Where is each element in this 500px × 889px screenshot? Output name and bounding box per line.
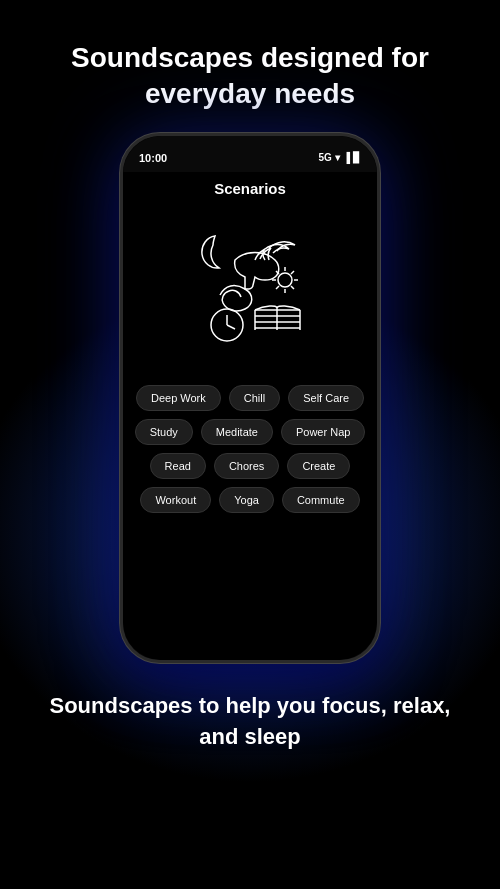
- wifi-icon: ▾: [335, 152, 340, 163]
- battery-icon: ▊: [353, 152, 361, 163]
- phone-mockup: 10:00 5G ▾ ▐ ▊ Scenarios: [0, 133, 500, 663]
- svg-point-0: [278, 273, 292, 287]
- chip-read[interactable]: Read: [150, 453, 206, 479]
- phone-screen: 10:00 5G ▾ ▐ ▊ Scenarios: [123, 136, 377, 660]
- scenarios-illustration: [165, 205, 335, 375]
- header-title: Soundscapes designed for everyday needs: [0, 0, 500, 133]
- chip-workout[interactable]: Workout: [140, 487, 211, 513]
- svg-line-11: [227, 325, 235, 329]
- chip-create[interactable]: Create: [287, 453, 350, 479]
- svg-line-6: [291, 286, 294, 289]
- chip-meditate[interactable]: Meditate: [201, 419, 273, 445]
- chips-row-1: Deep Work Chill Self Care: [136, 385, 364, 411]
- svg-line-8: [276, 286, 279, 289]
- chips-row-3: Read Chores Create: [150, 453, 351, 479]
- chip-self-care[interactable]: Self Care: [288, 385, 364, 411]
- chips-row-4: Workout Yoga Commute: [140, 487, 359, 513]
- chip-deep-work[interactable]: Deep Work: [136, 385, 221, 411]
- chips-container: Deep Work Chill Self Care Study Meditate…: [123, 385, 377, 513]
- status-time: 10:00: [139, 152, 167, 164]
- chip-yoga[interactable]: Yoga: [219, 487, 274, 513]
- status-bar: 10:00 5G ▾ ▐ ▊: [123, 136, 377, 172]
- chip-chores[interactable]: Chores: [214, 453, 279, 479]
- chip-commute[interactable]: Commute: [282, 487, 360, 513]
- signal-bars-icon: ▐: [343, 152, 350, 163]
- chip-power-nap[interactable]: Power Nap: [281, 419, 365, 445]
- chips-row-2: Study Meditate Power Nap: [135, 419, 366, 445]
- status-icons: 5G ▾ ▐ ▊: [319, 152, 361, 163]
- screen-title: Scenarios: [214, 180, 286, 197]
- footer-text: Soundscapes to help you focus, relax, an…: [0, 663, 500, 773]
- signal-5g: 5G: [319, 152, 332, 163]
- chip-study[interactable]: Study: [135, 419, 193, 445]
- svg-line-7: [291, 271, 294, 274]
- chip-chill[interactable]: Chill: [229, 385, 280, 411]
- phone-device: 10:00 5G ▾ ▐ ▊ Scenarios: [120, 133, 380, 663]
